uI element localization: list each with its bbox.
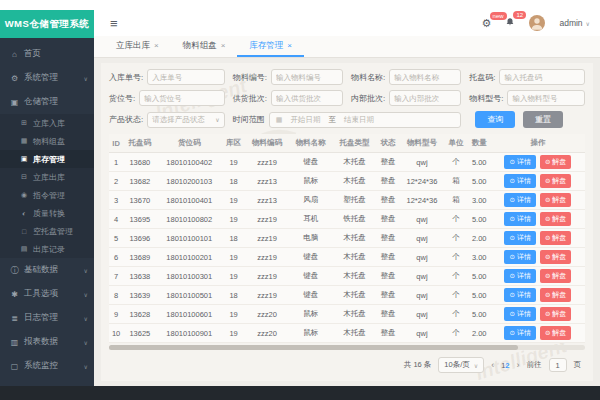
release-button-label: 解盘 xyxy=(552,309,566,319)
search-button[interactable]: 查询 xyxy=(475,111,515,128)
app-logo: WMS仓储管理系统 xyxy=(0,10,94,38)
filter-input[interactable] xyxy=(389,69,461,85)
tab-close-icon[interactable]: × xyxy=(154,41,159,50)
sidebar-subitem-立库入库[interactable]: ⊞立库入库 xyxy=(0,114,94,132)
table-cell: 木托盘 xyxy=(333,305,377,324)
sidebar-subitem-空托盘管理[interactable]: □空托盘管理 xyxy=(0,222,94,240)
filter-label: 产品状态: xyxy=(109,114,143,125)
sidebar-subitem-label: 指令管理 xyxy=(33,190,65,201)
table-cell: 1 xyxy=(109,153,123,172)
caret-down-icon: ∨ xyxy=(586,20,590,27)
release-pallet-button[interactable]: ⊖解盘 xyxy=(540,269,571,283)
goto-page-input[interactable] xyxy=(549,358,567,372)
sidebar-subitem-label: 立库入库 xyxy=(33,118,65,129)
filter-input[interactable] xyxy=(271,90,343,106)
notification-bell-icon[interactable]: 12 xyxy=(505,17,515,29)
detail-button[interactable]: ⊙详情 xyxy=(504,231,535,245)
sidebar-subitem-出库记录[interactable]: ▤出库记录 xyxy=(0,240,94,258)
prev-page-button[interactable]: ‹ xyxy=(491,361,494,370)
detail-button[interactable]: ⊙详情 xyxy=(504,212,535,226)
date-range-picker[interactable]: ▦开始日期至结束日期 xyxy=(269,112,461,128)
tab-立库出库[interactable]: 立库出库× xyxy=(104,36,171,57)
minus-circle-icon: ⊖ xyxy=(545,235,550,242)
table-cell: 木托盘 xyxy=(333,324,377,343)
sidebar-subitem-质量转换[interactable]: ◐质量转换 xyxy=(0,204,94,222)
table-cell: 13639 xyxy=(123,286,156,305)
sidebar-subitem-物料组盘[interactable]: ▦物料组盘 xyxy=(0,132,94,150)
filter-input[interactable] xyxy=(271,69,343,85)
detail-button[interactable]: ⊙详情 xyxy=(504,288,535,302)
table-cell: 13628 xyxy=(123,305,156,324)
horizontal-scrollbar[interactable] xyxy=(109,345,585,350)
sidebar-item-系统监控[interactable]: ▢系统监控∨ xyxy=(0,354,94,378)
tab-库存管理[interactable]: 库存管理× xyxy=(237,36,304,57)
sidebar-item-首页[interactable]: ⌂首页 xyxy=(0,42,94,66)
sidebar-item-label: 仓储管理 xyxy=(24,96,58,108)
sidebar-item-工具选项[interactable]: ✱工具选项∨ xyxy=(0,282,94,306)
scrollbar-thumb[interactable] xyxy=(109,345,518,350)
detail-button[interactable]: ⊙详情 xyxy=(504,174,535,188)
page-size-select[interactable]: 10条/页 ∨ xyxy=(438,357,484,373)
sidebar-item-报表数据[interactable]: ▥报表数据∨ xyxy=(0,330,94,354)
release-pallet-button[interactable]: ⊖解盘 xyxy=(540,288,571,302)
detail-button[interactable]: ⊙详情 xyxy=(504,193,535,207)
goto-label: 前往 xyxy=(527,360,542,370)
detail-button[interactable]: ⊙详情 xyxy=(504,269,535,283)
tab-close-icon[interactable]: × xyxy=(287,41,292,50)
table-row: 2136821801020010318zzz13鼠标木托盘整盘12*24*36箱… xyxy=(109,172,585,191)
release-pallet-button[interactable]: ⊖解盘 xyxy=(540,212,571,226)
submenu-icon: ⊟ xyxy=(20,173,28,181)
info-circle-icon: ⊙ xyxy=(509,216,514,223)
table-cell: zzz13 xyxy=(245,172,289,191)
detail-button[interactable]: ⊙详情 xyxy=(504,250,535,264)
release-pallet-button[interactable]: ⊖解盘 xyxy=(540,231,571,245)
table-cell: 键盘 xyxy=(289,248,333,267)
filter-input[interactable] xyxy=(389,90,461,106)
sidebar-item-label: 报表数据 xyxy=(24,336,58,348)
page-size-value: 10条/页 xyxy=(444,360,469,370)
settings-gear-icon[interactable]: ⚙new xyxy=(482,18,492,29)
filter-input[interactable] xyxy=(499,69,585,85)
release-pallet-button[interactable]: ⊖解盘 xyxy=(540,155,571,169)
sidebar-item-仓储管理[interactable]: ▣仓储管理 xyxy=(0,90,94,114)
sidebar-item-基础数据[interactable]: ⓘ基础数据∨ xyxy=(0,258,94,282)
detail-button[interactable]: ⊙详情 xyxy=(504,326,535,340)
next-page-button[interactable]: › xyxy=(517,361,520,370)
tab-label: 立库出库 xyxy=(116,40,150,52)
detail-button[interactable]: ⊙详情 xyxy=(504,155,535,169)
menu-icon: ⌂ xyxy=(10,50,19,59)
release-button-label: 解盘 xyxy=(552,195,566,205)
sidebar-item-系统管理[interactable]: ⚙系统管理∨ xyxy=(0,66,94,90)
status-select[interactable]: 请选择产品状态∨ xyxy=(147,112,225,128)
page-number-2[interactable]: 2 xyxy=(505,361,509,370)
sidebar-subitem-立库出库[interactable]: ⊟立库出库 xyxy=(0,168,94,186)
submenu-icon: ◐ xyxy=(20,210,28,217)
detail-button[interactable]: ⊙详情 xyxy=(504,307,535,321)
table-row: 1136801801010040219zzz19键盘木托盘整盘qwj个5.00⊙… xyxy=(109,153,585,172)
user-avatar[interactable] xyxy=(529,15,545,31)
minus-circle-icon: ⊖ xyxy=(545,178,550,185)
sidebar-subitem-指令管理[interactable]: ◉指令管理 xyxy=(0,186,94,204)
username-menu[interactable]: admin ∨ xyxy=(559,18,590,28)
release-pallet-button[interactable]: ⊖解盘 xyxy=(540,307,571,321)
filter-input[interactable] xyxy=(147,69,225,85)
sidebar-collapse-icon[interactable]: ≡ xyxy=(110,16,118,31)
tab-close-icon[interactable]: × xyxy=(221,41,226,50)
release-pallet-button[interactable]: ⊖解盘 xyxy=(540,250,571,264)
table-cell: 整盘 xyxy=(376,286,399,305)
release-pallet-button[interactable]: ⊖解盘 xyxy=(540,193,571,207)
sidebar-item-日志管理[interactable]: ≣日志管理∨ xyxy=(0,306,94,330)
filter-field-daterange: 时间范围▦开始日期至结束日期 xyxy=(233,111,461,128)
table-cell: 整盘 xyxy=(376,172,399,191)
table-cell: 整盘 xyxy=(376,210,399,229)
filter-input[interactable] xyxy=(507,90,585,106)
filter-input[interactable] xyxy=(139,90,225,106)
table-cell: 9 xyxy=(109,305,123,324)
table-row: 4136951801010080219zzz19耳机铁托盘整盘qwj个5.00⊙… xyxy=(109,210,585,229)
release-pallet-button[interactable]: ⊖解盘 xyxy=(540,326,571,340)
tab-物料组盘[interactable]: 物料组盘× xyxy=(171,36,238,57)
reset-button[interactable]: 重置 xyxy=(523,111,563,128)
release-pallet-button[interactable]: ⊖解盘 xyxy=(540,174,571,188)
table-cell: 18 xyxy=(222,172,245,191)
sidebar-subitem-库存管理[interactable]: ▣库存管理 xyxy=(0,150,94,168)
